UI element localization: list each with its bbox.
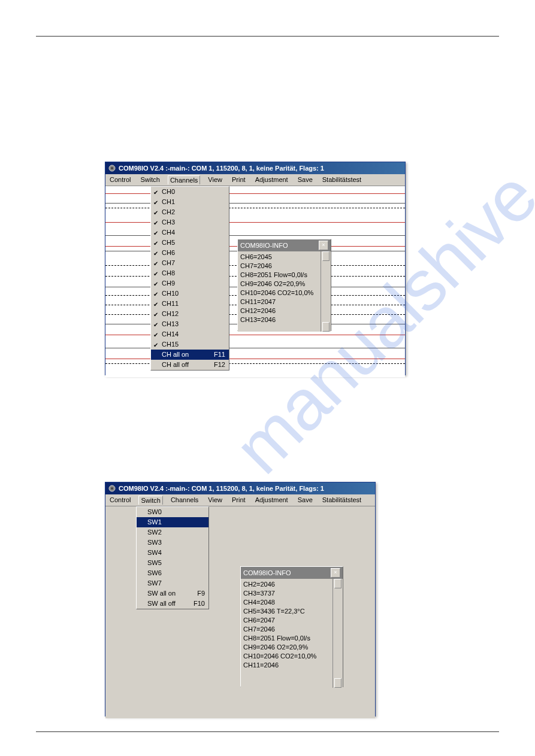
info-row-ch9: CH9=2046 O2=20,9% <box>243 643 340 652</box>
menu-item-label: CH all off <box>162 361 189 368</box>
menu-item-sw-all-on[interactable]: SW all onF9 <box>137 588 208 599</box>
menu-adjustment[interactable]: Adjustment <box>253 496 290 505</box>
menu-print[interactable]: Print <box>230 496 247 505</box>
menu-item-label: SW1 <box>147 518 162 526</box>
menu-print[interactable]: Print <box>230 175 247 184</box>
svg-point-1 <box>111 167 113 169</box>
menu-item-label: CH7 <box>162 259 175 266</box>
app-window-switch: COM98IO V2.4 :-main-: COM 1, 115200, 8, … <box>105 482 376 716</box>
menu-item-ch3[interactable]: ✔CH3 <box>151 217 229 227</box>
menu-switch[interactable]: Switch <box>138 175 161 184</box>
menu-item-ch15[interactable]: ✔CH15 <box>151 339 229 350</box>
menu-control[interactable]: Control <box>108 496 132 505</box>
info-title: COM98IO-INFO <box>243 569 291 576</box>
menu-item-label: CH13 <box>162 320 179 327</box>
info-panel[interactable]: COM98IO-INFO × CH6=2045 CH7=2046 CH8=205… <box>237 239 331 331</box>
menu-item-sw2[interactable]: SW2 <box>137 527 208 538</box>
check-icon: ✔ <box>153 269 158 278</box>
menu-view[interactable]: View <box>206 496 224 505</box>
app-icon <box>108 164 116 172</box>
menu-item-label: CH9 <box>162 280 175 287</box>
info-row-ch6: CH6=2047 <box>243 616 340 625</box>
info-row-ch8: CH8=2051 Flow=0,0l/s <box>240 271 328 280</box>
menu-control[interactable]: Control <box>108 175 132 184</box>
menu-stabtest[interactable]: Stabilitätstest <box>321 496 363 505</box>
menu-stabtest[interactable]: Stabilitätstest <box>321 175 363 184</box>
menu-item-ch6[interactable]: ✔CH6 <box>151 248 229 258</box>
menu-item-ch12[interactable]: ✔CH12 <box>151 309 229 319</box>
menu-item-ch5[interactable]: ✔CH5 <box>151 238 229 248</box>
info-row-ch3: CH3=3737 <box>243 589 340 598</box>
titlebar: COM98IO V2.4 :-main-: COM 1, 115200, 8, … <box>105 162 405 174</box>
menu-item-label: SW0 <box>147 508 162 515</box>
menu-item-ch13[interactable]: ✔CH13 <box>151 319 229 329</box>
menu-item-ch-all-on[interactable]: CH all onF11 <box>151 350 229 360</box>
check-icon: ✔ <box>153 218 158 227</box>
menu-save[interactable]: Save <box>296 496 315 505</box>
close-icon[interactable]: × <box>319 241 328 250</box>
check-icon: ✔ <box>153 229 158 238</box>
titlebar-text: COM98IO V2.4 :-main-: COM 1, 115200, 8, … <box>119 485 324 492</box>
menu-item-sw6[interactable]: SW6 <box>137 568 208 578</box>
menu-item-ch14[interactable]: ✔CH14 <box>151 329 229 339</box>
menu-item-label: CH10 <box>162 290 179 297</box>
info-row-ch12: CH12=2046 <box>240 306 328 315</box>
client-area: ✔CH0 ✔CH1 ✔CH2 ✔CH3 ✔CH4 ✔CH5 ✔CH6 ✔CH7 … <box>105 186 405 377</box>
channels-dropdown: ✔CH0 ✔CH1 ✔CH2 ✔CH3 ✔CH4 ✔CH5 ✔CH6 ✔CH7 … <box>150 186 229 371</box>
menu-item-label: SW4 <box>147 549 162 556</box>
scrollbar[interactable] <box>321 251 331 332</box>
scrollbar[interactable] <box>333 579 343 688</box>
titlebar: COM98IO V2.4 :-main-: COM 1, 115200, 8, … <box>105 482 375 494</box>
menu-item-label: SW7 <box>147 579 162 587</box>
menu-item-shortcut: F11 <box>208 350 225 359</box>
menu-save[interactable]: Save <box>296 175 315 184</box>
info-row-ch7: CH7=2046 <box>243 625 340 634</box>
info-row-ch7: CH7=2046 <box>240 262 328 271</box>
menu-item-label: SW5 <box>147 559 162 566</box>
menu-item-ch0[interactable]: ✔CH0 <box>151 187 229 197</box>
menu-item-sw3[interactable]: SW3 <box>137 538 208 548</box>
menu-item-ch8[interactable]: ✔CH8 <box>151 268 229 278</box>
menu-item-sw1[interactable]: SW1 <box>137 517 208 527</box>
close-icon[interactable]: × <box>331 568 340 578</box>
menu-item-sw7[interactable]: SW7 <box>137 578 208 588</box>
menu-item-label: SW6 <box>147 569 162 576</box>
menu-item-sw-all-off[interactable]: SW all offF10 <box>137 599 208 609</box>
menu-item-shortcut: F9 <box>191 589 205 598</box>
menu-item-ch9[interactable]: ✔CH9 <box>151 278 229 289</box>
check-icon: ✔ <box>153 341 158 350</box>
menu-view[interactable]: View <box>206 175 224 184</box>
menu-channels[interactable]: Channels <box>168 175 200 184</box>
check-icon: ✔ <box>153 259 158 268</box>
menu-item-sw5[interactable]: SW5 <box>137 558 208 568</box>
check-icon: ✔ <box>153 310 158 319</box>
menu-item-ch4[interactable]: ✔CH4 <box>151 227 229 238</box>
top-rule <box>36 36 499 37</box>
menu-item-label: CH5 <box>162 239 175 246</box>
menu-item-ch11[interactable]: ✔CH11 <box>151 299 229 309</box>
menu-item-label: CH15 <box>162 341 179 348</box>
menu-item-ch10[interactable]: ✔CH10 <box>151 289 229 299</box>
menu-item-sw4[interactable]: SW4 <box>137 548 208 558</box>
menu-item-label: CH11 <box>162 300 179 307</box>
check-icon: ✔ <box>153 208 158 217</box>
info-row-ch2: CH2=2046 <box>243 580 340 589</box>
menu-item-sw0[interactable]: SW0 <box>137 507 208 517</box>
menu-item-label: CH4 <box>162 229 175 236</box>
menubar: Control Switch Channels View Print Adjus… <box>105 494 375 506</box>
info-row-ch11: CH11=2046 <box>243 661 340 670</box>
menu-item-ch2[interactable]: ✔CH2 <box>151 207 229 217</box>
check-icon: ✔ <box>153 249 158 258</box>
info-row-ch13: CH13=2046 <box>240 315 328 324</box>
menu-adjustment[interactable]: Adjustment <box>253 175 290 184</box>
menu-switch[interactable]: Switch <box>138 496 162 505</box>
check-icon: ✔ <box>153 330 158 339</box>
menu-item-ch7[interactable]: ✔CH7 <box>151 258 229 268</box>
check-icon: ✔ <box>153 320 158 329</box>
check-icon: ✔ <box>153 290 158 299</box>
menu-item-ch1[interactable]: ✔CH1 <box>151 197 229 207</box>
menu-item-label: CH3 <box>162 218 175 226</box>
menu-channels[interactable]: Channels <box>169 496 200 505</box>
info-panel[interactable]: COM98IO-INFO × CH2=2046 CH3=3737 CH4=204… <box>240 566 343 687</box>
menu-item-ch-all-off[interactable]: CH all offF12 <box>151 360 229 370</box>
